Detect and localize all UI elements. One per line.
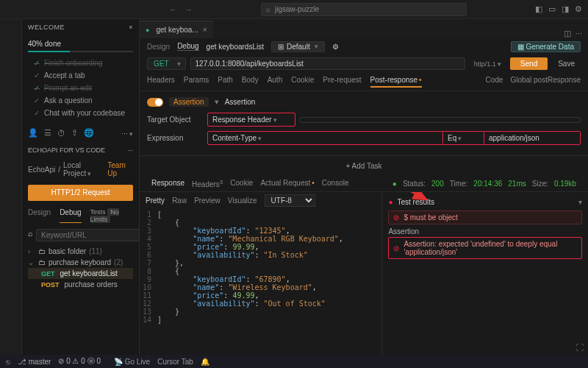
assertion-toggle[interactable] <box>147 98 163 107</box>
expand-icon[interactable]: ⛶ <box>576 343 584 352</box>
target-select[interactable]: Response Header <box>207 113 295 127</box>
layout-bottom-icon[interactable]: ▭ <box>548 4 556 14</box>
resp-tab-actual[interactable]: Actual Request <box>260 179 314 188</box>
tab-tests[interactable]: Tests <box>90 208 106 216</box>
row-post-orders[interactable]: POSTpurchase orders <box>28 279 133 290</box>
code-line: 12 "availability": "Out of Stock" <box>140 300 381 308</box>
crumb-project[interactable]: Local Project <box>63 161 104 177</box>
crumb-root[interactable]: EchoApi <box>28 166 55 174</box>
editor-tab[interactable]: ● get keyboa... × <box>140 21 213 38</box>
user-icon[interactable]: 👤 <box>28 128 38 138</box>
target-label: Target Object <box>147 116 203 124</box>
ext-more-icon[interactable]: ··· <box>127 146 133 154</box>
url-input[interactable]: 127.0.0.1:8080/api/keyboardsList <box>190 57 465 70</box>
command-search[interactable]: ⌕ jigsaw-puzzle <box>261 3 467 16</box>
reqtab-prerequest[interactable]: Pre-request <box>323 76 361 88</box>
env-select[interactable]: ⊞ Default <box>271 41 325 52</box>
check-icon: ✓ <box>34 59 40 67</box>
close-icon[interactable]: × <box>129 24 133 31</box>
checklist-item[interactable]: ✓Chat with your codebase <box>34 107 127 119</box>
ext-title: ECHOAPI FOR VS CODE <box>28 146 105 154</box>
cursor-tab[interactable]: Cursor Tab <box>157 358 193 366</box>
new-request-button[interactable]: HTTP1/2 Request <box>28 185 133 201</box>
sub-design[interactable]: Design <box>147 43 170 51</box>
split-icon[interactable]: ◫ <box>564 29 571 38</box>
reqtab-auth[interactable]: Auth <box>268 76 283 88</box>
bell-icon[interactable]: 🔔 <box>201 358 209 366</box>
expr-value[interactable]: application/json <box>484 132 580 144</box>
checklist-item[interactable]: ✓Prompt an edit <box>34 82 127 94</box>
code-line: 14] <box>140 316 381 324</box>
more-icon[interactable]: ··· <box>576 29 582 38</box>
folder-basic[interactable]: ›🗀 basic folder (11) <box>28 246 133 257</box>
chevron-down-icon[interactable]: ▾ <box>578 198 582 206</box>
chevron-down-icon[interactable]: ▾ <box>215 97 219 107</box>
assertion-name[interactable]: Assertion <box>225 98 256 106</box>
send-button[interactable]: Send <box>510 57 548 70</box>
global-postresponse-link[interactable]: Global postResponse <box>510 76 581 88</box>
clock-icon[interactable]: ⏱ <box>57 129 65 138</box>
activity-bar <box>0 19 22 355</box>
code-line: 6 "availability": "In Stock" <box>140 251 381 259</box>
save-button[interactable]: Save <box>552 57 581 70</box>
fmt-raw[interactable]: Raw <box>172 197 187 205</box>
more-icon[interactable]: ··· <box>121 129 133 138</box>
env-settings-icon[interactable]: ⚙ <box>332 43 339 51</box>
test-result-row: ⊘$ must be object <box>388 210 582 224</box>
expr-op[interactable]: Eq <box>443 132 484 144</box>
settings-gear-icon[interactable]: ⚙ <box>575 4 582 14</box>
checklist-item[interactable]: ✓Accept a tab <box>34 69 127 82</box>
target-blank[interactable] <box>300 117 581 123</box>
checklist-item[interactable]: ✓Finish onboarding <box>34 57 127 69</box>
sub-debug[interactable]: Debug <box>177 42 198 51</box>
fmt-visualize[interactable]: Visualize <box>228 197 257 205</box>
team-up-link[interactable]: Team Up <box>107 161 133 177</box>
resp-tab-cookie[interactable]: Cookie <box>230 179 253 188</box>
nav-back-icon[interactable]: ← <box>169 5 177 14</box>
layout-right-icon[interactable]: ◨ <box>562 4 569 14</box>
reqtab-headers[interactable]: Headers <box>147 76 175 88</box>
method-select[interactable]: GET <box>147 57 186 70</box>
expr-field[interactable]: Content-Type <box>208 132 443 144</box>
nav-fwd-icon[interactable]: → <box>184 5 193 14</box>
reqtab-postresponse[interactable]: Post-response <box>370 76 422 88</box>
go-live-button[interactable]: 📡 Go Live <box>114 358 150 366</box>
fmt-preview[interactable]: Preview <box>194 197 220 205</box>
code-line: 10 "name": "Wireless Keyboard", <box>140 283 381 291</box>
search-text: jigsaw-puzzle <box>275 5 319 13</box>
encoding-select[interactable]: UTF-8 <box>265 194 315 207</box>
reqtab-body[interactable]: Body <box>242 76 259 88</box>
code-line: 5 "price": 99.99, <box>140 243 381 251</box>
sidebar-search-input[interactable] <box>36 229 140 241</box>
tab-debug[interactable]: Debug <box>60 208 81 223</box>
code-line: 8 { <box>140 267 381 275</box>
resp-tab-console[interactable]: Console <box>322 179 349 188</box>
row-get-keyboards[interactable]: GETget keyboardsList <box>28 268 133 279</box>
close-icon[interactable]: × <box>203 26 207 34</box>
fail-icon: ● <box>388 198 392 206</box>
reqtab-params[interactable]: Params <box>184 76 209 88</box>
remote-icon[interactable]: ⎋ <box>6 358 10 366</box>
tab-design[interactable]: Design <box>28 208 51 223</box>
reqtab-cookie[interactable]: Cookie <box>291 76 314 88</box>
progress-bar <box>28 51 133 52</box>
branch-indicator[interactable]: ⎇ master <box>18 358 51 366</box>
reqtab-path[interactable]: Path <box>218 76 233 88</box>
resp-tab-headers[interactable]: Headers3 <box>192 179 223 188</box>
code-link[interactable]: Code <box>485 76 503 88</box>
http-version[interactable]: http/1.1 <box>470 60 506 68</box>
list-icon[interactable]: ☰ <box>44 128 51 138</box>
status-code: 200 <box>431 180 444 188</box>
checklist-item[interactable]: ✓Ask a question <box>34 94 127 107</box>
share-icon[interactable]: ⇪ <box>71 128 78 138</box>
code-line: 9 "keyboardId": "67890", <box>140 275 381 283</box>
errors-indicator[interactable]: ⊘ 0 ⚠ 0 ⓦ 0 <box>58 356 101 367</box>
resp-tab-response[interactable]: Response <box>151 179 184 188</box>
add-task-button[interactable]: + Add Task <box>140 155 588 176</box>
folder-purchase[interactable]: ⌄🗀 purchase keyboard (2) <box>28 257 133 268</box>
globe-icon[interactable]: 🌐 <box>84 128 94 138</box>
fmt-pretty[interactable]: Pretty <box>146 197 165 205</box>
layout-left-icon[interactable]: ◧ <box>535 4 542 14</box>
generate-data-button[interactable]: ▦ Generate Data <box>511 41 581 52</box>
resp-size: 0.19kb <box>554 180 576 188</box>
